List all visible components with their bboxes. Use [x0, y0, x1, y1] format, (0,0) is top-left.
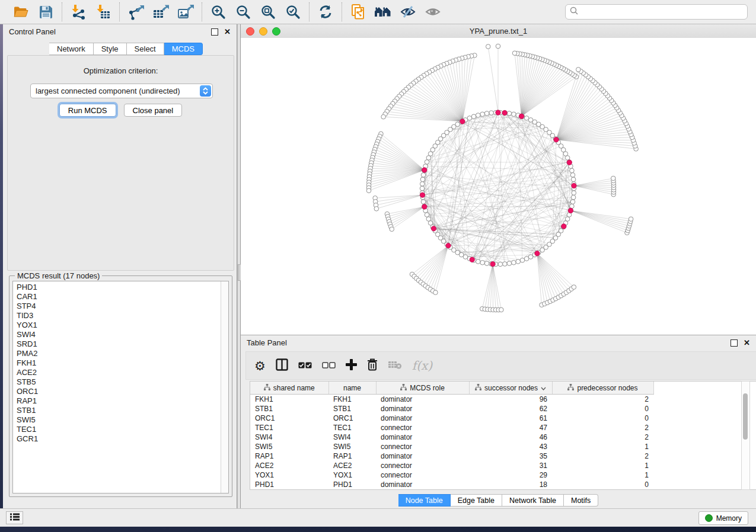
mcds-result-item[interactable]: YOX1: [17, 321, 228, 330]
control-panel-tab[interactable]: Select: [127, 43, 164, 55]
network-window-titlebar[interactable]: YPA_prune.txt_1: [241, 24, 756, 39]
control-panel-tab[interactable]: Style: [94, 43, 127, 55]
open-session-button[interactable]: [11, 2, 30, 21]
zoom-in-icon: [210, 4, 226, 20]
apply-layout-button[interactable]: [316, 2, 335, 21]
global-search[interactable]: [565, 4, 748, 20]
search-input[interactable]: [582, 7, 743, 17]
zoom-fit-button[interactable]: [259, 2, 277, 21]
mcds-result-item[interactable]: ORC1: [17, 387, 228, 396]
zoom-out-button[interactable]: [234, 2, 253, 21]
delete-table-button[interactable]: [388, 357, 402, 374]
mcds-result-item[interactable]: FKH1: [17, 358, 228, 368]
export-image-button[interactable]: [176, 2, 195, 21]
zoom-in-button[interactable]: [209, 2, 228, 21]
import-table-button[interactable]: [94, 2, 113, 21]
save-session-button[interactable]: [36, 2, 55, 21]
run-mcds-button[interactable]: Run MCDS: [59, 104, 116, 117]
import-network-button[interactable]: [69, 2, 88, 21]
clone-network-button[interactable]: [349, 2, 368, 21]
mcds-result-item[interactable]: SWI5: [17, 415, 228, 425]
float-panel-icon[interactable]: [211, 28, 218, 36]
mcds-result-item[interactable]: GCR1: [17, 434, 228, 444]
mcds-result-item[interactable]: STB5: [17, 377, 228, 387]
column-header[interactable]: MCDS role: [376, 382, 469, 395]
add-column-button[interactable]: [346, 357, 357, 374]
mcds-result-item[interactable]: STB1: [17, 406, 228, 415]
table-tab[interactable]: Edge Table: [451, 494, 502, 507]
table-scrollbar-thumb[interactable]: [743, 393, 748, 440]
close-table-panel-icon[interactable]: ✕: [744, 340, 750, 346]
mcds-result-item[interactable]: SWI4: [17, 330, 228, 339]
float-table-panel-icon[interactable]: [731, 339, 738, 347]
split-columns-button[interactable]: [276, 357, 288, 374]
close-panel-button[interactable]: Close panel: [124, 104, 183, 117]
node-table-row[interactable]: YOX1YOX1connector291: [250, 470, 653, 480]
node-table: shared namenameMCDS rolesuccessor nodesp…: [250, 382, 654, 489]
control-panel-tab[interactable]: Network: [49, 43, 94, 55]
fx-icon: f(x): [412, 358, 432, 373]
mcds-result-item[interactable]: TID3: [17, 311, 228, 321]
zoom-selected-button[interactable]: [283, 2, 302, 21]
control-panel: Control Panel ✕ NetworkStyleSelectMCDS O…: [3, 24, 237, 508]
mcds-result-item[interactable]: PMA2: [17, 349, 228, 358]
network-graph[interactable]: [241, 38, 756, 335]
node-table-row[interactable]: TEC1TEC1connector472: [250, 423, 653, 432]
column-header[interactable]: successor nodes: [469, 382, 552, 395]
node-table-row[interactable]: SWI4SWI4dominator462: [250, 432, 653, 442]
table-tabs: Node TableEdge TableNetwork TableMotifs: [241, 494, 756, 507]
function-builder-button[interactable]: f(x): [412, 357, 432, 374]
deselect-all-rows-button[interactable]: [322, 357, 336, 374]
window-minimize-button[interactable]: [259, 27, 267, 36]
control-panel-tab[interactable]: MCDS: [164, 43, 203, 55]
column-header[interactable]: name: [328, 382, 376, 395]
mcds-result-item[interactable]: CAR1: [17, 292, 228, 302]
memory-label: Memory: [716, 514, 742, 523]
node-table-row[interactable]: STB1STB1dominator620: [250, 404, 653, 414]
column-header[interactable]: shared name: [250, 382, 328, 395]
window-zoom-button[interactable]: [272, 27, 280, 36]
optimization-criterion-select[interactable]: largest connected component (undirected): [30, 84, 213, 98]
node-table-row[interactable]: ACE2ACE2connector311: [250, 461, 653, 470]
table-scrollbar: [741, 381, 750, 490]
save-floppy-icon: [39, 5, 53, 20]
node-table-row[interactable]: RAP1RAP1dominator352: [250, 451, 653, 461]
delete-column-button[interactable]: [367, 357, 378, 374]
import-table-icon: [95, 4, 111, 20]
selected-criterion: largest connected component (undirected): [31, 86, 200, 95]
node-table-row[interactable]: SWI5SWI5connector431: [250, 442, 653, 451]
table-panel: Table Panel ✕ ⚙ f(x) shared namenameMCDS…: [241, 335, 756, 508]
table-tab[interactable]: Node Table: [398, 494, 451, 507]
select-all-rows-button[interactable]: [298, 357, 312, 374]
zoom-selected-icon: [285, 4, 301, 20]
export-table-button[interactable]: [151, 2, 170, 21]
show-all-homes-button[interactable]: [374, 2, 393, 21]
select-stepper-icon: [200, 85, 211, 97]
table-tab[interactable]: Motifs: [564, 494, 598, 507]
column-settings-button[interactable]: ⚙: [254, 357, 266, 374]
mcds-result-item[interactable]: ACE2: [17, 368, 228, 377]
network-window-title: YPA_prune.txt_1: [470, 27, 527, 36]
control-panel-title: Control Panel: [9, 27, 56, 36]
node-table-row[interactable]: FKH1FKH1dominator962: [250, 395, 653, 405]
hide-selected-button[interactable]: [398, 2, 417, 21]
mcds-result-item[interactable]: PHD1: [17, 283, 228, 292]
mcds-result-item[interactable]: SRD1: [17, 339, 228, 349]
mcds-result-item[interactable]: RAP1: [17, 396, 228, 406]
node-table-row[interactable]: ORC1ORC1dominator610: [250, 414, 653, 423]
export-network-button[interactable]: [126, 2, 145, 21]
window-close-button[interactable]: [246, 27, 254, 36]
network-canvas[interactable]: [241, 38, 756, 335]
mcds-result-item[interactable]: STP4: [17, 302, 228, 311]
eye-icon: [425, 4, 441, 20]
memory-button[interactable]: Memory: [698, 511, 748, 525]
node-table-row[interactable]: PHD1PHD1dominator180: [250, 480, 653, 489]
export-network-icon: [127, 4, 144, 20]
table-tab[interactable]: Network Table: [502, 494, 564, 507]
close-panel-icon[interactable]: ✕: [224, 29, 231, 35]
task-history-button[interactable]: [6, 511, 23, 524]
column-header[interactable]: predecessor nodes: [552, 382, 653, 395]
mcds-list-scrollbar[interactable]: [221, 281, 228, 493]
mcds-result-item[interactable]: TEC1: [17, 425, 228, 434]
show-hidden-button[interactable]: [423, 2, 442, 21]
